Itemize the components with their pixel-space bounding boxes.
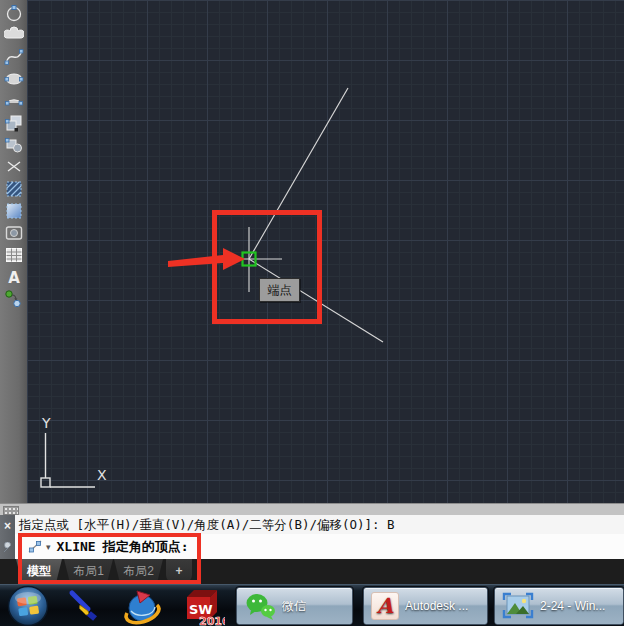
tab-layout1[interactable]: 布局1 (64, 559, 113, 583)
ellipse-arc-icon[interactable] (2, 90, 26, 112)
tab-model[interactable]: 模型 (16, 559, 62, 583)
new-layout-tab-button[interactable]: + (166, 559, 192, 583)
wechat-button-label: 微信 (282, 598, 306, 615)
insert-block-icon[interactable] (2, 112, 26, 134)
annotation-rectangle-canvas (212, 210, 322, 324)
svg-text:A: A (8, 269, 20, 287)
canvas-geometry: Y X (27, 0, 624, 503)
multileader-icon[interactable] (2, 288, 26, 310)
solidworks-year: 2016 (199, 615, 225, 626)
text-icon[interactable]: A (2, 266, 26, 288)
autocad-icon: A (371, 592, 399, 620)
ucs-y-label: Y (41, 415, 51, 431)
autocad-taskbar-button[interactable]: A Autodesk ... (363, 587, 488, 625)
autocad-window: A Y X (0, 0, 624, 626)
revision-cloud-icon[interactable] (2, 24, 26, 46)
start-button[interactable] (5, 585, 51, 626)
spline-icon[interactable] (2, 46, 26, 68)
globe-app-taskbar-icon[interactable] (118, 585, 166, 626)
photo-viewer-button-label: 2-24 - Win... (540, 599, 605, 613)
wechat-icon (244, 591, 276, 621)
drawing-canvas[interactable]: Y X 端点 (27, 0, 624, 503)
close-icon[interactable]: × (4, 520, 11, 532)
layout-tabbar: 模型 布局1 布局2 + (0, 559, 624, 584)
xline-command-icon (27, 539, 43, 554)
photo-viewer-icon (502, 592, 534, 620)
osnap-tooltip: 端点 (259, 278, 300, 302)
command-window-sidebar: × (0, 515, 15, 559)
command-input-line[interactable]: ▾ XLINE 指定角的顶点: (15, 534, 624, 559)
tab-layout2[interactable]: 布局2 (114, 559, 163, 583)
ucs-icon: Y X (41, 415, 107, 487)
boundary-icon[interactable] (2, 222, 26, 244)
solidworks-taskbar-icon[interactable]: SW 2016 (176, 585, 228, 626)
command-window-grip[interactable] (3, 506, 19, 515)
circle-icon[interactable] (2, 2, 26, 24)
gradient-icon[interactable] (2, 200, 26, 222)
draw-toolbar: A (0, 0, 27, 503)
point-icon[interactable] (2, 156, 26, 178)
active-command-name: XLINE (57, 539, 96, 554)
chevron-down-icon[interactable]: ▾ (46, 542, 51, 552)
ucs-x-label: X (97, 467, 107, 483)
table-icon[interactable] (2, 244, 26, 266)
command-history-line: 指定点或 [水平(H)/垂直(V)/角度(A)/二等分(B)/偏移(O)]: B (15, 515, 624, 534)
photo-viewer-taskbar-button[interactable]: 2-24 - Win... (494, 587, 624, 625)
windows-taskbar: SW 2016 微信 A Autodesk ... (0, 584, 624, 626)
ellipse-icon[interactable] (2, 68, 26, 90)
command-window-titlebar[interactable] (0, 503, 624, 515)
orb-gloss (15, 592, 41, 604)
autocad-button-label: Autodesk ... (405, 599, 468, 613)
hatch-icon[interactable] (2, 178, 26, 200)
wrench-icon[interactable] (2, 542, 14, 554)
wechat-taskbar-button[interactable]: 微信 (236, 587, 353, 625)
command-prompt: 指定角的顶点: (103, 538, 189, 556)
create-block-icon[interactable] (2, 134, 26, 156)
pen-tool-taskbar-icon[interactable] (60, 585, 106, 626)
